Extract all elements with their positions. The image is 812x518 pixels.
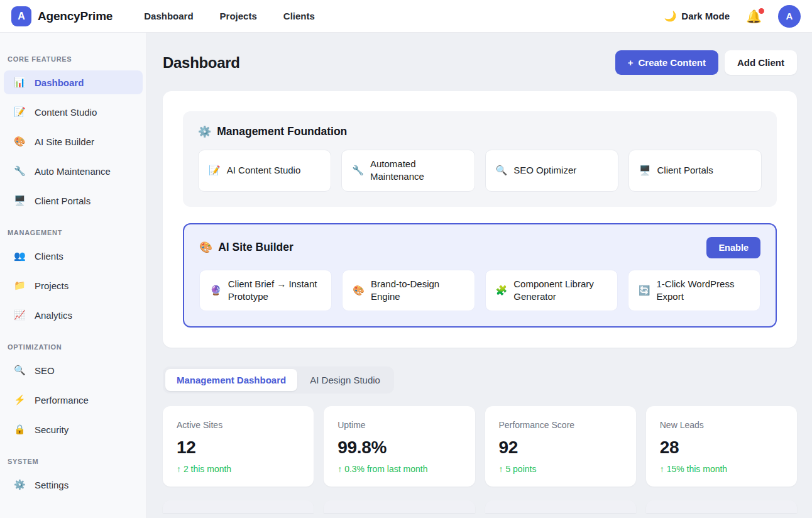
sidebar-item-analytics[interactable]: 📈 Analytics [4,303,143,327]
section-title-text: AI Site Builder [218,241,294,254]
feature-card-seo-optimizer[interactable]: 🔍 SEO Optimizer [485,150,618,192]
partial-card [324,500,475,513]
topnav-projects[interactable]: Projects [220,11,257,21]
sidebar-item-auto-maintenance[interactable]: 🔧 Auto Maintenance [4,159,143,183]
dashboard-tabs: Management Dashboard AI Design Studio [163,366,394,394]
plus-icon: + [628,57,634,68]
management-foundation-title: ⚙️ Management Foundation [198,125,762,138]
feature-label: Client Portals [657,164,713,177]
user-avatar[interactable]: A [778,5,801,28]
tab-management-dashboard[interactable]: Management Dashboard [165,369,297,391]
desktop-icon: 🖥️ [14,195,25,206]
sidebar-item-performance[interactable]: ⚡ Performance [4,388,143,412]
feature-card-client-portals[interactable]: 🖥️ Client Portals [628,150,762,192]
magnifier-icon: 🔍 [496,164,508,177]
feature-label: 1-Click WordPress Export [656,278,750,304]
feature-card-automated-maintenance[interactable]: 🔧 Automated Maintenance [341,150,475,192]
sidebar-item-dashboard[interactable]: 📊 Dashboard [4,70,143,94]
stat-card-active-sites: Active Sites 12 ↑ 2 this month [163,406,314,487]
main-content: Dashboard + Create Content Add Client ⚙️… [148,33,812,518]
sidebar-item-settings[interactable]: ⚙️ Settings [4,473,143,497]
feature-card-client-brief-prototype[interactable]: 🔮 Client Brief → Instant Prototype [199,270,332,312]
sidebar-item-label: Clients [35,251,63,262]
features-panel: ⚙️ Management Foundation 📝 AI Content St… [163,91,797,348]
sidebar: CORE FEATURES 📊 Dashboard 📝 Content Stud… [0,33,147,518]
dark-mode-label: Dark Mode [681,11,730,21]
sidebar-item-seo[interactable]: 🔍 SEO [4,358,143,382]
ai-site-builder-section: 🎨 AI Site Builder Enable 🔮 Client Brief … [183,223,777,328]
sidebar-item-ai-site-builder[interactable]: 🎨 AI Site Builder [4,130,143,153]
sidebar-item-client-portals[interactable]: 🖥️ Client Portals [4,189,143,212]
stat-delta: ↑ 2 this month [177,464,300,474]
stat-label: Uptime [337,420,461,430]
create-content-button[interactable]: + Create Content [615,50,718,75]
palette-icon: 🎨 [353,284,365,297]
feature-card-brand-to-design[interactable]: 🎨 Brand-to-Design Engine [342,270,475,312]
create-content-label: Create Content [638,57,706,68]
stat-card-performance-score: Performance Score 92 ↑ 5 points [485,406,636,487]
magnifier-icon: 🔍 [14,365,25,376]
section-label-management: MANAGEMENT [8,229,143,236]
sidebar-section-system: SYSTEM ⚙️ Settings [4,458,143,497]
topbar: A AgencyPrime Dashboard Projects Clients… [0,0,812,33]
section-title-text: Management Foundation [217,125,347,138]
folder-icon: 📁 [14,280,25,291]
notification-dot [759,8,764,14]
stat-delta: ↑ 15% this month [660,464,783,474]
sidebar-item-label: Performance [35,395,89,405]
enable-button[interactable]: Enable [706,237,760,258]
memo-icon: 📝 [209,164,221,177]
stat-value: 92 [499,438,622,458]
feature-label: AI Content Studio [227,164,301,177]
foundation-feature-grid: 📝 AI Content Studio 🔧 Automated Maintena… [198,150,762,192]
feature-card-component-library[interactable]: 🧩 Component Library Generator [485,270,618,312]
topbar-right: 🌙 Dark Mode 🔔 A [664,5,801,28]
arrows-cycle-icon: 🔄 [639,284,650,297]
top-navigation: Dashboard Projects Clients [144,11,315,21]
stat-value: 99.8% [337,438,461,458]
ai-feature-grid: 🔮 Client Brief → Instant Prototype 🎨 Bra… [199,270,760,312]
desktop-icon: 🖥️ [639,164,651,177]
memo-icon: 📝 [14,106,25,118]
app-logo: A [11,6,31,26]
avatar-letter: A [786,11,793,21]
puzzle-piece-icon: 🧩 [496,284,508,297]
feature-card-wordpress-export[interactable]: 🔄 1-Click WordPress Export [628,270,760,312]
ai-site-builder-header: 🎨 AI Site Builder Enable [199,237,760,258]
page-header: Dashboard + Create Content Add Client [163,50,797,75]
feature-label: SEO Optimizer [513,164,576,177]
sidebar-item-label: Projects [35,280,69,291]
sidebar-item-clients[interactable]: 👥 Clients [4,244,143,268]
wrench-icon: 🔧 [14,165,25,177]
sidebar-item-label: Content Studio [35,107,97,118]
sidebar-section-management: MANAGEMENT 👥 Clients 📁 Projects 📈 Analyt… [4,229,143,327]
brand-name: AgencyPrime [38,9,112,23]
header-actions: + Create Content Add Client [615,50,797,75]
sidebar-item-security[interactable]: 🔒 Security [4,417,143,441]
partial-card [646,500,797,513]
palette-icon: 🎨 [14,136,25,147]
sidebar-item-label: SEO [35,365,55,376]
moon-icon: 🌙 [664,10,676,22]
notifications-button[interactable]: 🔔 [746,10,762,23]
partial-card [163,500,314,513]
sidebar-item-label: Client Portals [35,196,91,206]
topnav-dashboard[interactable]: Dashboard [144,11,193,21]
stat-label: Performance Score [499,420,622,430]
next-row-cards-partial [163,500,797,513]
feature-card-ai-content-studio[interactable]: 📝 AI Content Studio [198,150,331,192]
stat-value: 12 [177,438,300,458]
management-foundation-section: ⚙️ Management Foundation 📝 AI Content St… [183,111,777,207]
sidebar-item-projects[interactable]: 📁 Projects [4,273,143,297]
topnav-clients[interactable]: Clients [283,11,315,21]
sidebar-section-optimization: OPTIMIZATION 🔍 SEO ⚡ Performance 🔒 Secur… [4,343,143,441]
sidebar-item-label: Auto Maintenance [35,166,111,177]
sidebar-item-label: Dashboard [35,77,84,88]
tab-ai-design-studio[interactable]: AI Design Studio [299,369,392,391]
lock-icon: 🔒 [14,424,25,435]
add-client-button[interactable]: Add Client [725,50,797,75]
feature-label: Brand-to-Design Engine [371,278,464,304]
partial-card [485,500,636,513]
sidebar-item-content-studio[interactable]: 📝 Content Studio [4,100,143,124]
dark-mode-toggle[interactable]: 🌙 Dark Mode [664,10,730,22]
